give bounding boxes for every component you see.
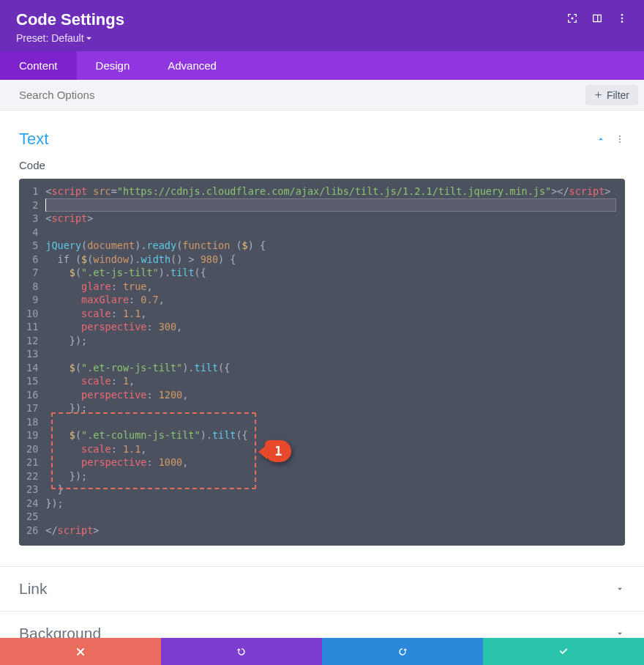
svg-point-6 <box>619 141 621 143</box>
tab-design[interactable]: Design <box>77 51 149 80</box>
undo-button[interactable] <box>161 638 322 665</box>
preset-dropdown[interactable]: Preset: Default <box>16 32 628 44</box>
caret-down-icon <box>86 35 92 42</box>
filter-button[interactable]: Filter <box>585 85 638 105</box>
tab-content[interactable]: Content <box>0 51 77 80</box>
tab-label: Advanced <box>168 59 217 72</box>
undo-icon <box>236 646 247 658</box>
tab-label: Content <box>19 59 58 72</box>
code-content[interactable]: <script src="https://cdnjs.cloudflare.co… <box>45 185 621 537</box>
text-cursor <box>45 198 46 212</box>
search-input[interactable] <box>19 89 585 101</box>
accordion-title: Link <box>19 580 48 598</box>
footer-actions <box>0 638 644 665</box>
code-editor[interactable]: 1234567891011121314151617181920212223242… <box>19 179 625 546</box>
tab-advanced[interactable]: Advanced <box>149 51 236 80</box>
redo-button[interactable] <box>322 638 483 665</box>
line-gutter: 1234567891011121314151617181920212223242… <box>23 185 45 537</box>
svg-rect-0 <box>572 18 574 20</box>
svg-point-3 <box>621 21 624 23</box>
tab-label: Design <box>96 59 130 72</box>
section-header-text: Text <box>19 130 625 149</box>
header-title: Code Settings <box>16 10 124 29</box>
plus-icon <box>594 91 602 99</box>
svg-point-1 <box>621 14 624 16</box>
settings-header: Code Settings Preset: Default <box>0 0 644 51</box>
check-icon <box>558 646 569 658</box>
cancel-button[interactable] <box>0 638 161 665</box>
focus-icon[interactable] <box>566 12 578 27</box>
filter-label: Filter <box>607 89 629 101</box>
annotation-marker: 1 <box>265 440 291 462</box>
redo-icon <box>397 646 408 658</box>
save-button[interactable] <box>483 638 644 665</box>
close-icon <box>75 646 86 658</box>
preset-label: Preset: Default <box>16 32 84 44</box>
svg-point-4 <box>619 135 621 137</box>
accordion-toggle-link[interactable]: Link <box>0 567 644 611</box>
search-bar: Filter <box>0 80 644 111</box>
svg-point-5 <box>619 138 621 140</box>
chevron-down-icon <box>615 628 625 639</box>
kebab-menu-icon[interactable] <box>616 12 628 27</box>
tab-bar: Content Design Advanced <box>0 51 644 80</box>
accordion-link: Link <box>0 566 644 611</box>
chevron-down-icon <box>615 584 625 594</box>
section-title: Text <box>19 130 48 149</box>
svg-point-2 <box>621 18 624 20</box>
kebab-menu-icon[interactable] <box>615 134 625 144</box>
header-icon-group <box>566 12 628 27</box>
chevron-up-icon[interactable] <box>596 134 606 144</box>
panel-toggle-icon[interactable] <box>591 12 603 27</box>
code-field-label: Code <box>19 159 625 171</box>
